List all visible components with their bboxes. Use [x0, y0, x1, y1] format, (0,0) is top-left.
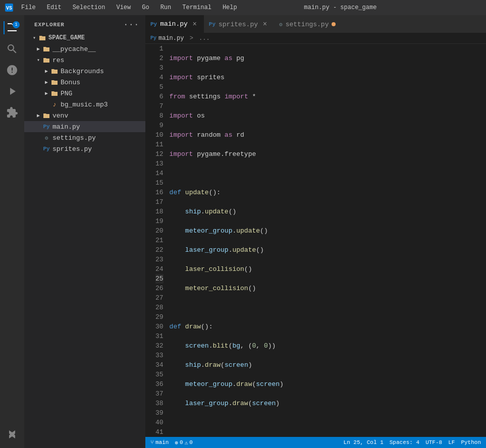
warning-icon: ⚠	[185, 439, 188, 446]
sidebar-tree: ▾ SPACE_GAME ▶ __pycache__ ▾ res ▶ Backg…	[24, 32, 145, 448]
status-encoding[interactable]: UTF-8	[425, 439, 442, 445]
sidebar-header: EXPLORER ···	[24, 15, 145, 32]
status-spaces[interactable]: Spaces: 4	[390, 439, 419, 445]
status-language[interactable]: Python	[461, 439, 481, 445]
bgmusic-label: bg_music.mp3	[61, 101, 108, 108]
menu-edit[interactable]: Edit	[44, 3, 65, 12]
tab-spritespy-label: sprites.py	[219, 21, 258, 28]
sidebar: EXPLORER ··· ▾ SPACE_GAME ▶ __pycache__ …	[24, 15, 145, 448]
bonus-label: Bonus	[61, 79, 80, 86]
menu-file[interactable]: File	[18, 3, 39, 12]
tab-mainpy[interactable]: Py main.py ×	[145, 15, 204, 33]
tab-settingspy-label: settings.py	[286, 21, 329, 28]
spaces-label: Spaces: 4	[390, 439, 419, 445]
run-debug-icon[interactable]	[4, 83, 21, 100]
titlebar-menu: VS File Edit Selection View Go Run Termi…	[5, 3, 240, 12]
breadcrumb-path: ...	[199, 35, 210, 42]
status-errors[interactable]: ⊗ 0 ⚠ 0	[175, 439, 192, 446]
tab-settingspy[interactable]: ⚙ settings.py	[274, 15, 341, 33]
sidebar-title: EXPLORER	[34, 22, 65, 28]
error-count: 0	[180, 439, 183, 445]
tab-settingspy-modified-dot	[332, 22, 336, 26]
sidebar-item-mainpy[interactable]: Py main.py	[24, 121, 145, 132]
encoding-label: UTF-8	[425, 439, 442, 445]
sidebar-more-button[interactable]: ···	[124, 20, 139, 29]
breadcrumb-sep: >	[186, 35, 197, 42]
project-name-label: SPACE_GAME	[48, 34, 85, 41]
backgrounds-label: Backgrounds	[61, 68, 104, 75]
titlebar: VS File Edit Selection View Go Run Termi…	[0, 0, 486, 15]
warning-count: 0	[189, 439, 193, 445]
menu-view[interactable]: View	[113, 3, 134, 12]
menu-selection[interactable]: Selection	[70, 3, 109, 12]
tab-mainpy-icon: Py	[150, 21, 157, 27]
editor-area: Py main.py × Py sprites.py × ⚙ settings.…	[145, 15, 486, 448]
explorer-icon[interactable]: 1	[4, 19, 21, 36]
sidebar-item-spritespy[interactable]: Py sprites.py	[24, 143, 145, 154]
sidebar-item-res[interactable]: ▾ res	[24, 54, 145, 66]
status-line-col[interactable]: Ln 25, Col 1	[344, 439, 384, 445]
sidebar-item-bonus[interactable]: ▶ Bonus	[24, 77, 145, 88]
tab-spritespy[interactable]: Py sprites.py ×	[204, 15, 274, 33]
spritespy-label: sprites.py	[52, 145, 92, 153]
sidebar-item-space-game[interactable]: ▾ SPACE_GAME	[24, 32, 145, 43]
tab-spritespy-close[interactable]: ×	[261, 20, 269, 28]
code-editor[interactable]: 1 2 3 4 5 6 7 8 9 10 11 12 13 14 15 16 1…	[145, 44, 486, 437]
source-control-icon[interactable]	[4, 62, 21, 79]
branch-icon: ⑂	[150, 439, 154, 445]
menu-run[interactable]: Run	[157, 3, 175, 12]
sidebar-item-pycache[interactable]: ▶ __pycache__	[24, 43, 145, 54]
language-label: Python	[461, 439, 481, 445]
line-col-label: Ln 25, Col 1	[344, 439, 384, 445]
line-numbers: 1 2 3 4 5 6 7 8 9 10 11 12 13 14 15 16 1…	[145, 44, 170, 437]
main-layout: 1	[0, 15, 486, 448]
code-content[interactable]: import pygame as pg import sprites from …	[170, 44, 486, 437]
png-label: PNG	[61, 90, 72, 97]
sidebar-item-settingspy[interactable]: ⚙ settings.py	[24, 132, 145, 143]
activity-bar: 1	[0, 15, 24, 448]
breadcrumb-file[interactable]: main.py	[158, 35, 184, 42]
error-icon: ⊗	[175, 439, 178, 446]
sidebar-item-venv[interactable]: ▶ venv	[24, 110, 145, 121]
eol-label: LF	[448, 439, 455, 445]
breadcrumb-icon: Py	[150, 35, 156, 41]
mainpy-label: main.py	[52, 123, 80, 131]
svg-text:VS: VS	[6, 6, 12, 11]
settingspy-label: settings.py	[52, 134, 96, 142]
tab-mainpy-close[interactable]: ×	[191, 20, 199, 28]
tab-settingspy-icon: ⚙	[279, 21, 283, 28]
res-label: res	[52, 57, 64, 64]
status-bar: ⑂ main ⊗ 0 ⚠ 0 Ln 25, Col 1 Spaces: 4 UT…	[145, 437, 486, 448]
sidebar-item-png[interactable]: ▶ PNG	[24, 88, 145, 99]
venv-label: venv	[52, 112, 68, 120]
tab-bar: Py main.py × Py sprites.py × ⚙ settings.…	[145, 15, 486, 33]
sidebar-item-backgrounds[interactable]: ▶ Backgrounds	[24, 66, 145, 77]
menu-help[interactable]: Help	[220, 3, 240, 12]
menu-go[interactable]: Go	[139, 3, 152, 12]
sidebar-item-bgmusic[interactable]: ♪ bg_music.mp3	[24, 99, 145, 110]
tab-mainpy-label: main.py	[160, 20, 188, 28]
status-eol[interactable]: LF	[448, 439, 455, 445]
titlebar-title: main.py - space_game	[304, 4, 376, 11]
branch-label: main	[155, 439, 169, 445]
pycache-label: __pycache__	[52, 45, 96, 53]
tab-spritespy-icon: Py	[209, 21, 215, 27]
breadcrumb: Py main.py > ...	[145, 33, 486, 44]
status-branch[interactable]: ⑂ main	[150, 439, 169, 445]
vscode-logo-icon: VS	[5, 4, 13, 12]
menu-terminal[interactable]: Terminal	[179, 3, 214, 12]
extensions-icon[interactable]	[4, 104, 21, 121]
testing-icon[interactable]	[4, 427, 21, 444]
search-icon[interactable]	[4, 40, 21, 58]
